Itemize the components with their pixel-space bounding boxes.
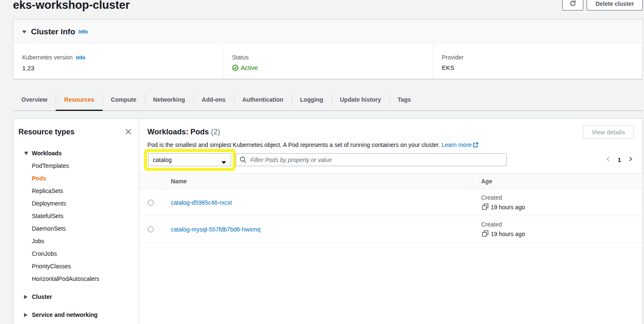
age-value-text: 19 hours ago: [491, 230, 525, 238]
table-row: catalog-d5985c46-rxcxt Created 19 hours …: [139, 189, 642, 216]
table-row: catalog-mysql-557fdb7bd6-hwxmq Created 1…: [139, 216, 642, 243]
external-link-icon: [473, 141, 479, 150]
tab-authentication[interactable]: Authentication: [234, 93, 292, 111]
resources-content: Resource types Workloads: [13, 118, 643, 324]
pods-table: Name Age catalog-d5985c46-rxcxt Created …: [139, 173, 642, 243]
pagination: 1: [603, 154, 635, 165]
page-title: eks-workshop-cluster: [13, 0, 130, 13]
age-value-text: 19 hours ago: [491, 203, 525, 211]
tab-bar: Overview Resources Compute Networking Ad…: [13, 93, 643, 111]
caret-down-icon: [222, 159, 226, 165]
tree-item-deployments[interactable]: Deployments: [13, 197, 139, 210]
kubernetes-version-info-link[interactable]: Info: [76, 55, 85, 61]
pod-name-link[interactable]: catalog-mysql-557fdb7bd6-hwxmq: [171, 226, 260, 233]
resource-tree: Workloads PodTemplates Pods ReplicaSets …: [13, 147, 139, 321]
chevron-right-icon: [628, 156, 634, 164]
cluster-info-body: Kubernetes versionInfo 1.23 Status Activ…: [13, 44, 642, 79]
resource-types-sidebar: Resource types Workloads: [13, 119, 139, 324]
provider-label: Provider: [442, 54, 642, 62]
tab-add-ons[interactable]: Add-ons: [193, 93, 234, 111]
tab-update-history[interactable]: Update history: [332, 93, 389, 111]
status-active-icon: [232, 64, 239, 71]
sidebar-title: Resource types: [18, 127, 75, 136]
tree-item-horizontalpodautoscalers[interactable]: HorizontalPodAutoscalers: [13, 273, 139, 285]
row-radio-button[interactable]: [148, 226, 154, 232]
collapse-caret-icon[interactable]: [22, 28, 27, 35]
cluster-info-header[interactable]: Cluster info Info: [13, 20, 642, 44]
tree-item-statefulsets[interactable]: StatefulSets: [13, 210, 139, 222]
tree-section-service-and-networking[interactable]: Service and networking: [13, 309, 139, 321]
filter-property-select[interactable]: catalog: [148, 153, 231, 166]
provider-value: EKS: [442, 64, 642, 72]
refresh-button[interactable]: [562, 0, 583, 10]
cluster-info-info-link[interactable]: Info: [79, 29, 88, 35]
status-label: Status: [232, 54, 433, 62]
caret-down-icon: [24, 152, 32, 155]
tree-item-replicasets[interactable]: ReplicaSets: [13, 185, 139, 197]
field-kubernetes-version: Kubernetes versionInfo 1.23: [13, 44, 223, 79]
refresh-icon: [569, 0, 576, 8]
field-status: Status Active: [223, 44, 433, 79]
tab-overview[interactable]: Overview: [13, 93, 56, 111]
tree-item-daemonsets[interactable]: DaemonSets: [13, 222, 139, 235]
pods-table-header: Name Age: [139, 173, 642, 189]
kubernetes-version-value: 1.23: [22, 64, 223, 72]
page-header: eks-workshop-cluster Delete cluster: [13, 0, 643, 19]
tab-resources[interactable]: Resources: [56, 93, 103, 111]
tree-item-priorityclasses[interactable]: PriorityClasses: [13, 260, 139, 273]
row-radio-button[interactable]: [148, 200, 154, 206]
copy-button[interactable]: [482, 203, 489, 211]
next-page-button[interactable]: [626, 154, 635, 165]
tab-networking[interactable]: Networking: [145, 93, 193, 111]
pods-count: (2): [211, 128, 220, 136]
age-cell: Created 19 hours ago: [472, 194, 642, 211]
previous-page-button[interactable]: [603, 154, 613, 165]
copy-button[interactable]: [482, 230, 489, 238]
sidebar-close-button[interactable]: [124, 127, 133, 137]
filter-pods-input[interactable]: [236, 153, 507, 166]
header-actions: Delete cluster: [562, 0, 643, 10]
pods-panel: Workloads: Pods (2) Pod is the smallest …: [139, 119, 642, 324]
cluster-info-card: Cluster info Info Kubernetes versionInfo…: [13, 19, 643, 79]
tree-item-jobs[interactable]: Jobs: [13, 235, 139, 247]
filter-row: catalog: [147, 153, 634, 166]
age-column-header: Age: [472, 178, 642, 185]
pods-description: Pod is the smallest and simplest Kuberne…: [147, 141, 634, 150]
copy-icon: [482, 203, 489, 211]
close-icon: [125, 128, 132, 136]
kubernetes-version-label: Kubernetes versionInfo: [22, 54, 223, 62]
tree-section-cluster[interactable]: Cluster: [13, 291, 139, 303]
pods-panel-header: Workloads: Pods (2) Pod is the smallest …: [147, 119, 634, 150]
tab-compute[interactable]: Compute: [103, 93, 145, 111]
tree-item-cronjobs[interactable]: CronJobs: [13, 247, 139, 260]
workloads-items: PodTemplates Pods ReplicaSets Deployment…: [13, 159, 139, 285]
age-created-label: Created: [481, 221, 642, 229]
age-created-label: Created: [481, 194, 642, 202]
tree-item-pods[interactable]: Pods: [13, 172, 139, 185]
eks-console-page: eks-workshop-cluster Delete cluster: [0, 0, 644, 324]
caret-right-icon: [24, 313, 32, 317]
field-provider: Provider EKS: [433, 44, 642, 79]
name-column-header: Name: [162, 178, 472, 185]
chevron-left-icon: [605, 156, 611, 164]
search-box: [236, 153, 507, 166]
copy-icon: [482, 230, 489, 238]
learn-more-link[interactable]: Learn more: [442, 141, 479, 148]
status-value: Active: [232, 64, 433, 72]
age-cell: Created 19 hours ago: [472, 221, 642, 238]
pods-panel-title: Workloads: Pods (2): [147, 127, 634, 136]
pod-name-link[interactable]: catalog-d5985c46-rxcxt: [171, 199, 232, 206]
cluster-info-title: Cluster info: [31, 27, 75, 36]
delete-cluster-button[interactable]: Delete cluster: [587, 0, 643, 10]
tree-item-podtemplates[interactable]: PodTemplates: [13, 159, 139, 172]
tab-logging[interactable]: Logging: [292, 93, 332, 111]
tree-section-workloads[interactable]: Workloads: [13, 147, 139, 159]
view-details-button[interactable]: View details: [583, 126, 634, 139]
caret-right-icon: [24, 295, 32, 299]
current-page-number: 1: [616, 157, 623, 163]
tab-tags[interactable]: Tags: [389, 93, 420, 111]
